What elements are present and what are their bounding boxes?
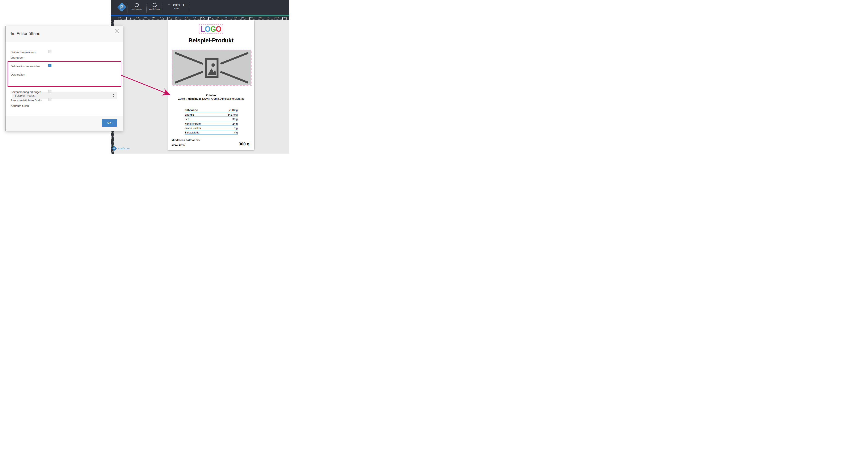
select-arrows-icon xyxy=(113,94,115,97)
checkbox-page-planning[interactable] xyxy=(48,90,52,93)
dialog-header: Im Editor öffnen xyxy=(5,26,123,42)
ruler-label: -18.9 xyxy=(152,17,155,19)
option-label-page-planning: Seitenplanung erzeugen xyxy=(11,89,48,95)
ruler-label: 47.2 xyxy=(209,17,212,19)
logo-letter: G xyxy=(210,24,216,33)
logo-placeholder[interactable]: LOGO xyxy=(199,24,223,34)
ruler-tick xyxy=(249,18,250,20)
ruler-label: 56.7 xyxy=(217,17,220,19)
dialog-title: Im Editor öffnen xyxy=(11,31,40,36)
ruler-label: 151.2 xyxy=(111,152,112,154)
ruler-label: 75.6 xyxy=(234,17,237,19)
nutrient-name: Kohlehydrate xyxy=(185,122,201,125)
option-label-page-dimensions: Seiten Dimensionen übergeben xyxy=(11,50,48,60)
ruler-label: 66.1 xyxy=(225,17,229,19)
ruler-label: 37.8 xyxy=(201,17,204,19)
table-row: Energie542 kcal xyxy=(185,112,238,117)
table-row: davon Zucker8 g xyxy=(185,126,238,130)
ingredients-heading[interactable]: Zutaten xyxy=(167,94,254,97)
nutrient-value: 8 g xyxy=(234,127,238,130)
dialog-footer: OK xyxy=(5,116,123,131)
table-row: Fett30 g xyxy=(185,117,238,121)
zoom-in-button[interactable]: + xyxy=(182,3,185,7)
ok-button[interactable]: OK xyxy=(102,119,117,127)
ingredients-part2: Aroma, Apfelsaftkonzentrat xyxy=(210,97,244,100)
nutrient-value: 24 g xyxy=(232,122,238,125)
horizontal-ruler: -56.7-47.2-37.8-28.3-18.9-9.40.09.418.92… xyxy=(111,17,289,20)
logo-letter: L xyxy=(200,24,205,33)
nutrition-table[interactable]: Nährwerte je 100g Energie542 kcalFett30 … xyxy=(185,108,238,135)
nutrient-value: 542 kcal xyxy=(227,113,238,116)
printformer-wordmark: printformer xyxy=(118,147,130,150)
ruler-label: 94.5 xyxy=(250,17,253,19)
checkbox-page-dimensions[interactable] xyxy=(48,50,52,53)
ruler-tick xyxy=(176,18,176,20)
nutrient-value: 4 g xyxy=(234,131,238,134)
ruler-label: 0.0 xyxy=(111,21,112,24)
logo-letter: O xyxy=(216,24,221,33)
printformer-logo-icon: P xyxy=(117,2,127,13)
ruler-label: 0.0 xyxy=(168,17,170,19)
nutrient-name: davon Zucker xyxy=(185,127,201,130)
ruler-tick xyxy=(159,18,159,20)
ruler-label: -9.4 xyxy=(160,17,162,19)
printformer-brand: P printformer xyxy=(113,147,130,150)
toolbar-divider xyxy=(146,2,147,13)
checkbox-draft-attributes[interactable] xyxy=(48,98,52,101)
logo-letter: O xyxy=(205,24,210,33)
undo-button[interactable]: Rückgängig xyxy=(128,0,144,15)
ruler-label: -47.2 xyxy=(127,17,131,19)
undo-icon xyxy=(134,2,139,7)
ruler-tick xyxy=(208,18,209,20)
zoom-out-button[interactable]: − xyxy=(168,3,170,7)
ruler-tick xyxy=(134,18,135,20)
toolbar-divider xyxy=(162,2,162,13)
ruler-tick xyxy=(112,20,114,20)
ruler-label: 113.4 xyxy=(267,17,271,19)
nutrient-value: 30 g xyxy=(232,118,238,121)
ruler-label: 132.3 xyxy=(283,17,287,19)
ingredients-part1: Zucker, xyxy=(178,97,188,100)
toolbar-divider xyxy=(189,2,189,13)
ruler-label: -37.8 xyxy=(135,17,139,19)
ruler-tick xyxy=(112,135,114,135)
ruler-label: 132.3 xyxy=(111,135,112,140)
nutrient-name: Ballaststoffe xyxy=(185,131,199,134)
nutrition-header-value: je 100g xyxy=(229,108,238,112)
best-before-label[interactable]: Mindstens haltbar bis: xyxy=(172,138,200,142)
image-placeholder[interactable] xyxy=(172,50,252,86)
ruler-label: 122.8 xyxy=(275,17,279,19)
table-header-row: Nährwerte je 100g xyxy=(185,108,238,112)
ruler-tick xyxy=(274,18,274,20)
zoom-level: 105% xyxy=(173,3,180,6)
nutrient-name: Energie xyxy=(185,113,194,116)
close-icon[interactable] xyxy=(115,29,120,34)
ruler-label: 103.9 xyxy=(258,17,262,19)
nutrition-header-label: Nährwerte xyxy=(185,108,198,112)
undo-label: Rückgängig xyxy=(128,8,144,10)
checkbox-use-declaration[interactable] xyxy=(48,64,52,67)
printformer-p: P xyxy=(112,146,117,151)
ruler-tick xyxy=(225,18,225,20)
ruler-tick xyxy=(217,18,217,20)
gradient-accent-bar xyxy=(111,15,289,17)
ruler-tick xyxy=(241,18,242,20)
ruler-label: 85.0 xyxy=(242,17,245,19)
redo-button[interactable]: Wiederholen xyxy=(147,0,162,15)
dialog-body: Seiten Dimensionen übergeben Deklaration… xyxy=(5,42,123,116)
ruler-tick xyxy=(151,18,151,20)
net-weight[interactable]: 300 g xyxy=(239,142,249,146)
option-label-use-declaration: Deklaration verwenden xyxy=(11,64,48,69)
option-label-draft-attributes: Benutzerdefinierte Draft-Attribute fülle… xyxy=(11,98,48,108)
document-page[interactable]: LOGO Beispiel-Produkt Zutaten Zucker, Ha… xyxy=(167,20,254,150)
logo-letter: P xyxy=(117,3,127,11)
ingredients-line[interactable]: Zucker, Haselnuss (30%), Aroma, Apfelsaf… xyxy=(167,97,254,100)
product-title[interactable]: Beispiel-Produkt xyxy=(167,37,254,44)
declaration-dropdown-label: Deklaration xyxy=(11,72,48,77)
ruler-label: -28.3 xyxy=(144,17,147,19)
ruler-label: -56.7 xyxy=(119,17,122,19)
table-row: Kohlehydrate24 g xyxy=(185,121,238,126)
ruler-label: 28.3 xyxy=(193,17,196,19)
best-before-date[interactable]: 2021-10-07 xyxy=(172,143,186,146)
ingredients-bold: Haselnuss (30%), xyxy=(188,97,210,100)
